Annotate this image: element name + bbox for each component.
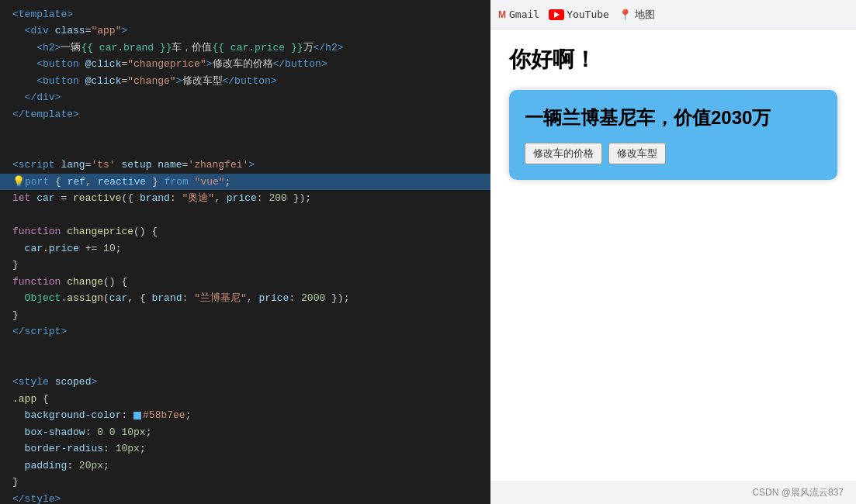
code-line-30: </style> — [0, 491, 490, 505]
youtube-label: YouTube — [567, 9, 609, 20]
code-line-23: <style scoped> — [0, 374, 490, 390]
code-line-28: padding: 20px; — [0, 457, 490, 474]
code-line-25: background-color: #58b7ee; — [0, 407, 490, 423]
car-buttons: 修改车的价格 修改车型 — [525, 143, 822, 164]
code-line-7: </template> — [0, 106, 490, 123]
code-line-20: </script> — [0, 323, 490, 340]
car-card: 一辆兰博基尼车，价值2030万 修改车的价格 修改车型 — [509, 90, 837, 180]
code-line-10: <script lang='ts' setup name='zhangfei'> — [0, 157, 490, 173]
code-line-12: let car = reactive({ brand: "奥迪", price:… — [0, 190, 490, 206]
code-line-19: } — [0, 307, 490, 323]
code-line-13 — [0, 206, 490, 223]
browser-content: 你好啊！ 一辆兰博基尼车，价值2030万 修改车的价格 修改车型 — [490, 29, 856, 481]
code-editor: <template> <div class="app"> <h2>一辆{{ ca… — [0, 0, 490, 504]
youtube-icon — [549, 9, 564, 20]
code-line-16: } — [0, 257, 490, 273]
car-title: 一辆兰博基尼车，价值2030万 — [525, 105, 822, 130]
code-line-6: </div> — [0, 89, 490, 105]
browser-preview: M Gmail YouTube 📍 地图 你好啊！ 一辆兰博基尼车，价值2030… — [490, 0, 856, 504]
code-line-5: <button @click="change">修改车型</button> — [0, 73, 490, 89]
change-type-button[interactable]: 修改车型 — [608, 143, 666, 164]
code-line-29: } — [0, 474, 490, 490]
code-line-2: <div class="app"> — [0, 22, 490, 39]
bookmark-youtube[interactable]: YouTube — [549, 9, 609, 20]
gmail-label: Gmail — [509, 9, 539, 20]
code-line-27: border-radius: 10px; — [0, 440, 490, 457]
bookmark-gmail[interactable]: M Gmail — [498, 9, 539, 20]
code-line-22 — [0, 357, 490, 374]
maps-icon: 📍 — [619, 9, 632, 21]
youtube-play-icon — [554, 12, 560, 18]
code-line-9 — [0, 140, 490, 157]
code-line-1: <template> — [0, 6, 490, 22]
watermark-text: CSDN @晨风流云837 — [752, 486, 844, 499]
code-line-17: function change() { — [0, 274, 490, 290]
code-line-15: car.price += 10; — [0, 240, 490, 257]
page-greeting: 你好啊！ — [509, 45, 837, 74]
code-line-3: <h2>一辆{{ car.brand }}车，价值{{ car.price }}… — [0, 40, 490, 56]
gmail-icon: M — [498, 9, 506, 20]
code-line-8 — [0, 123, 490, 140]
code-line-24: .app { — [0, 391, 490, 407]
code-line-14: function changeprice() { — [0, 223, 490, 240]
code-line-11: 💡port { ref, reactive } from "vue"; — [0, 174, 490, 190]
browser-toolbar: M Gmail YouTube 📍 地图 — [490, 0, 856, 29]
browser-footer: CSDN @晨风流云837 — [490, 481, 856, 504]
code-line-26: box-shadow: 0 0 10px; — [0, 424, 490, 440]
code-line-18: Object.assign(car, { brand: "兰博基尼", pric… — [0, 290, 490, 306]
change-price-button[interactable]: 修改车的价格 — [525, 143, 602, 164]
maps-label: 地图 — [635, 8, 655, 22]
code-line-21 — [0, 340, 490, 357]
code-line-4: <button @click="changeprice">修改车的价格</but… — [0, 56, 490, 72]
bookmark-maps[interactable]: 📍 地图 — [619, 8, 655, 22]
